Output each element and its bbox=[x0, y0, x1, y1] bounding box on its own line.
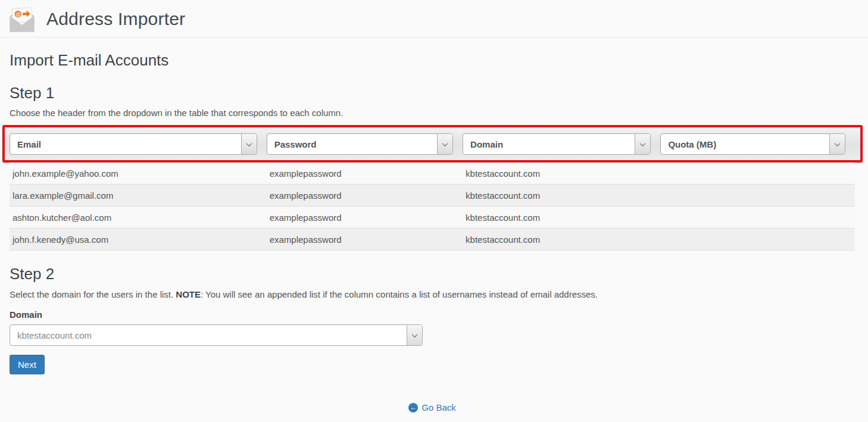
domain-field-label: Domain bbox=[10, 310, 855, 320]
step1-description: Choose the header from the dropdown in t… bbox=[10, 108, 855, 118]
domain-cell: kbtestaccount.com bbox=[463, 235, 660, 245]
email-cell: john.f.kenedy@usa.com bbox=[10, 235, 267, 245]
password-cell: examplepassword bbox=[267, 168, 463, 179]
email-column-select-value: Email bbox=[10, 139, 41, 149]
domain-select[interactable]: kbtestaccount.com bbox=[10, 324, 423, 346]
step2-note-label: NOTE bbox=[176, 289, 201, 299]
quota-column-select-value: Quota (MB) bbox=[661, 139, 716, 149]
chevron-down-icon[interactable] bbox=[437, 134, 452, 154]
step1-heading: Step 1 bbox=[10, 84, 855, 102]
chevron-down-icon[interactable] bbox=[635, 134, 650, 154]
next-button[interactable]: Next bbox=[10, 355, 45, 374]
password-cell: examplepassword bbox=[267, 235, 463, 245]
svg-text:@: @ bbox=[15, 11, 21, 17]
highlight-annotation: Email Password Domain Quota (MB) bbox=[2, 125, 863, 162]
page-header: @ Address Importer bbox=[0, 0, 868, 37]
main-content: Import E-mail Accounts Step 1 Choose the… bbox=[0, 51, 868, 412]
go-back-link[interactable]: ←Go Back bbox=[408, 402, 456, 412]
mapping-cell-quota: Quota (MB) bbox=[660, 133, 855, 155]
left-arrow-circle-icon: ← bbox=[408, 403, 418, 412]
page-title: Address Importer bbox=[46, 9, 185, 29]
domain-cell: kbtestaccount.com bbox=[463, 168, 660, 179]
footer: ←Go Back bbox=[10, 401, 855, 412]
password-cell: examplepassword bbox=[267, 212, 463, 223]
domain-cell: kbtestaccount.com bbox=[463, 190, 660, 201]
step2-note: Select the domain for the users in the l… bbox=[10, 289, 855, 299]
mapping-cell-password: Password bbox=[267, 133, 463, 155]
step2-heading: Step 2 bbox=[10, 265, 855, 283]
chevron-down-icon[interactable] bbox=[829, 134, 845, 154]
email-cell: john.example@yahoo.com bbox=[10, 168, 267, 179]
table-row: lara.example@gmail.com examplepassword k… bbox=[10, 185, 855, 207]
email-column-select[interactable]: Email bbox=[10, 133, 257, 155]
table-row: ashton.kutcher@aol.com examplepassword k… bbox=[10, 207, 855, 229]
password-column-select[interactable]: Password bbox=[267, 133, 453, 155]
domain-select-value: kbtestaccount.com bbox=[10, 330, 92, 340]
column-mapping-row: Email Password Domain Quota (MB) bbox=[5, 127, 860, 160]
mapping-cell-domain: Domain bbox=[463, 133, 660, 155]
mapping-cell-email: Email bbox=[10, 133, 267, 155]
email-cell: lara.example@gmail.com bbox=[10, 190, 267, 201]
import-preview-table: john.example@yahoo.com examplepassword k… bbox=[10, 162, 855, 251]
domain-column-select[interactable]: Domain bbox=[463, 133, 651, 155]
envelope-import-icon: @ bbox=[7, 5, 37, 33]
quota-column-select[interactable]: Quota (MB) bbox=[660, 133, 845, 155]
go-back-label: Go Back bbox=[421, 402, 456, 412]
step2-note-rest: : You will see an appended list if the c… bbox=[201, 289, 598, 299]
step2-note-text: Select the domain for the users in the l… bbox=[10, 289, 176, 299]
domain-column-select-value: Domain bbox=[463, 139, 503, 149]
table-row: john.example@yahoo.com examplepassword k… bbox=[10, 162, 855, 185]
chevron-down-icon[interactable] bbox=[241, 134, 257, 154]
password-column-select-value: Password bbox=[267, 139, 317, 149]
email-cell: ashton.kutcher@aol.com bbox=[10, 212, 267, 223]
table-row: john.f.kenedy@usa.com examplepassword kb… bbox=[10, 229, 855, 251]
domain-cell: kbtestaccount.com bbox=[463, 212, 660, 223]
section-title: Import E-mail Accounts bbox=[10, 51, 855, 70]
password-cell: examplepassword bbox=[267, 190, 463, 201]
chevron-down-icon[interactable] bbox=[407, 325, 422, 345]
